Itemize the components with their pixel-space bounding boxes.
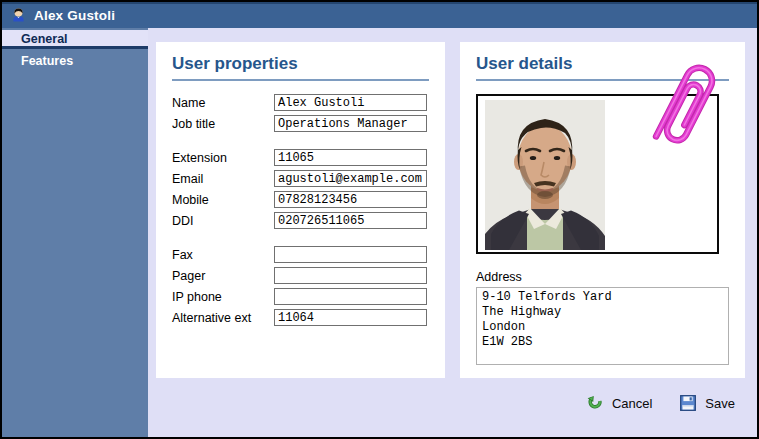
sidebar-item-general[interactable]: General <box>2 30 148 49</box>
fax-label: Fax <box>172 248 274 262</box>
form-row: Pager <box>172 267 429 284</box>
job-title-input[interactable] <box>274 115 427 132</box>
address-textarea[interactable]: 9-10 Telfords Yard The Highway London E1… <box>476 287 729 365</box>
mobile-label: Mobile <box>172 193 274 207</box>
user-properties-title: User properties <box>172 54 429 74</box>
cancel-undo-icon <box>587 395 603 411</box>
user-properties-panel: User properties Name Job title Extension <box>156 42 445 378</box>
title-bar: Alex Gustoli <box>2 2 757 28</box>
form-row: DDI <box>172 212 429 229</box>
save-button[interactable]: Save <box>680 395 735 411</box>
ddi-input[interactable] <box>274 212 427 229</box>
section-divider <box>172 79 429 81</box>
cancel-button-label: Cancel <box>612 396 652 411</box>
form-row: Extension <box>172 149 429 166</box>
address-label: Address <box>476 270 729 284</box>
form-row: Job title <box>172 115 429 132</box>
form-row: Email <box>172 170 429 187</box>
pager-input[interactable] <box>274 267 427 284</box>
fax-input[interactable] <box>274 246 427 263</box>
name-input[interactable] <box>274 94 427 111</box>
photo-frame <box>476 94 719 254</box>
job-title-label: Job title <box>172 117 274 131</box>
extension-input[interactable] <box>274 149 427 166</box>
name-label: Name <box>172 96 274 110</box>
form-row: Mobile <box>172 191 429 208</box>
form-row: Fax <box>172 246 429 263</box>
user-photo <box>485 100 605 250</box>
user-avatar-icon <box>10 7 26 23</box>
action-bar: Cancel Save <box>148 395 735 411</box>
sidebar: General Features <box>2 28 148 437</box>
window-title: Alex Gustoli <box>34 8 115 23</box>
user-details-title: User details <box>476 54 729 74</box>
user-details-panel: User details <box>460 42 745 378</box>
extension-label: Extension <box>172 151 274 165</box>
form-row: Name <box>172 94 429 111</box>
pager-label: Pager <box>172 269 274 283</box>
form-row: Alternative ext <box>172 309 429 326</box>
save-floppy-icon <box>680 395 696 411</box>
alternative-ext-input[interactable] <box>274 309 427 326</box>
user-settings-window: Alex Gustoli General Features User prope… <box>0 0 759 439</box>
ddi-label: DDI <box>172 214 274 228</box>
form-row: IP phone <box>172 288 429 305</box>
section-divider <box>476 79 729 81</box>
email-label: Email <box>172 172 274 186</box>
mobile-input[interactable] <box>274 191 427 208</box>
email-input[interactable] <box>274 170 427 187</box>
content-area: User properties Name Job title Extension <box>148 28 757 437</box>
sidebar-item-features[interactable]: Features <box>2 52 148 71</box>
ip-phone-label: IP phone <box>172 290 274 304</box>
save-button-label: Save <box>705 396 735 411</box>
alternative-ext-label: Alternative ext <box>172 311 274 325</box>
cancel-button[interactable]: Cancel <box>587 395 652 411</box>
ip-phone-input[interactable] <box>274 288 427 305</box>
